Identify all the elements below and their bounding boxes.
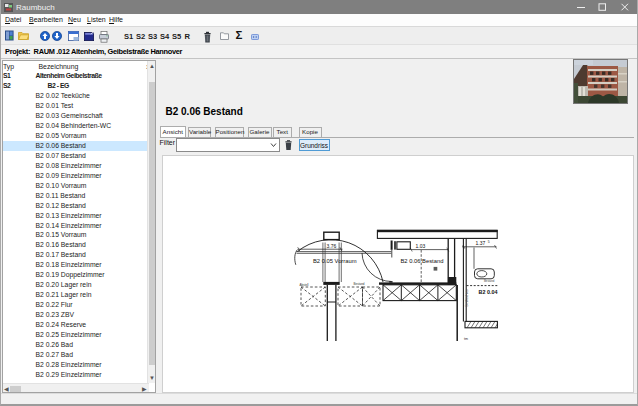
svg-text:1.03: 1.03	[416, 243, 426, 249]
svg-text:Dü.Wand neu: Dü.Wand neu	[465, 289, 469, 306]
svg-text:Bestand: Bestand	[484, 279, 495, 283]
svg-text:1.37: 1.37	[476, 240, 486, 246]
svg-text:3.76: 3.76	[327, 243, 337, 249]
svg-text:Bestand: Bestand	[354, 282, 365, 286]
svg-text:B2 0.06 Bestand: B2 0.06 Bestand	[401, 258, 444, 264]
svg-text:Abstell: Abstell	[300, 283, 309, 287]
svg-text:5: 5	[488, 240, 490, 244]
svg-text:B2 0.05 Vorraum: B2 0.05 Vorraum	[313, 258, 357, 264]
svg-text:tm: tm	[464, 337, 468, 341]
svg-text:B2 0.04: B2 0.04	[479, 289, 498, 295]
